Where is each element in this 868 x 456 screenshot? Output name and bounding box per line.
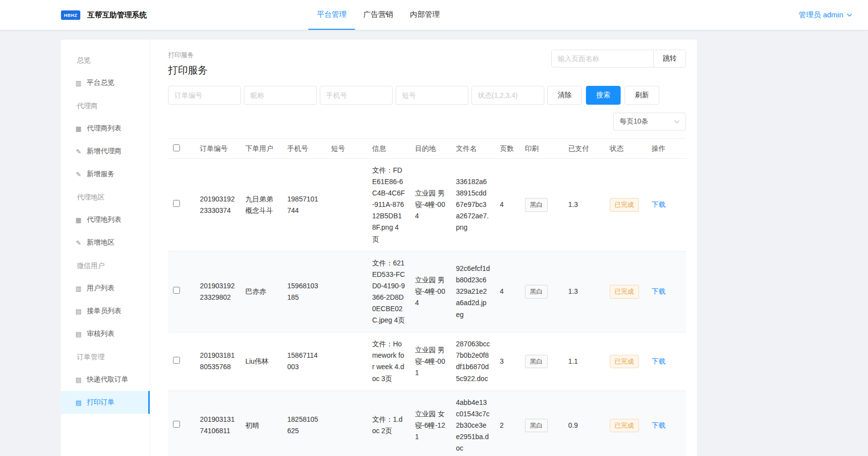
cell-order-no: 20190319223329802 (195, 251, 240, 332)
bar-chart-icon: ▥ (75, 79, 82, 87)
sidebar-section-1: 总览 (61, 49, 150, 71)
sidebar-item-16[interactable]: ▤打印订单 (61, 391, 150, 414)
cell-order-no: 20190313174106811 (195, 391, 240, 456)
sidebar-item-label: 平台总览 (87, 78, 115, 87)
download-link[interactable]: 下载 (651, 287, 665, 295)
print-type-tag: 黑白 (525, 285, 548, 298)
row-checkbox[interactable] (173, 287, 180, 294)
filter-inputs (168, 86, 544, 105)
jump-button[interactable]: 跳转 (653, 50, 686, 67)
row-checkbox[interactable] (173, 357, 180, 364)
sidebar-item-label: 新增地区 (87, 238, 115, 247)
table-row: 20190319223330374九日弟弟概念斗斗19857101744文件：F… (168, 159, 686, 252)
cell-filename: 336182a638915cdd67e97bc3a2672ae7.png (451, 159, 495, 252)
cell-status: 已完成 (605, 332, 647, 391)
download-link[interactable]: 下载 (651, 357, 665, 365)
sidebar-item-9[interactable]: ✎新增地区 (61, 231, 150, 254)
cell-pages: 4 (495, 159, 520, 252)
status-badge: 已完成 (610, 285, 639, 298)
cell-paid: 1.3 (563, 159, 605, 252)
sidebar-item-label: 审核列表 (87, 329, 115, 338)
sidebar-item-15[interactable]: ▤快递代取订单 (61, 368, 150, 391)
table-row: 20190313174106811初晴18258105625文件：1.doc 2… (168, 391, 686, 456)
header-cell-1: 订单编号 (195, 139, 240, 159)
clear-button[interactable]: 清除 (547, 86, 582, 105)
nav-tab-3[interactable]: 内部管理 (402, 0, 448, 30)
header-cell-checkbox (168, 139, 195, 159)
app-logo-icon: HBHZ (61, 10, 80, 20)
filter-input-4[interactable] (396, 86, 468, 105)
calendar-icon: ▦ (75, 125, 82, 132)
sidebar-item-13[interactable]: ▤审核列表 (61, 323, 150, 345)
header-cell-8: 页数 (495, 139, 520, 159)
cell-pages: 3 (495, 332, 520, 391)
sidebar-item-label: 打印订单 (87, 398, 115, 407)
download-link[interactable]: 下载 (651, 421, 665, 429)
filter-input-2[interactable] (244, 86, 317, 105)
cell-destination: 立业园 男寝-4幢-004 (410, 159, 451, 252)
cell-phone: 15968103185 (283, 251, 327, 332)
cell-destination: 立业园 男寝-4幢-001 (410, 332, 451, 391)
sidebar-item-6[interactable]: ✎新增服务 (61, 163, 150, 186)
cell-destination: 立业园 男寝-4幢-004 (410, 251, 451, 332)
sidebar-section-10: 微信用户 (61, 254, 150, 277)
sidebar-item-12[interactable]: ▤接单员列表 (61, 300, 150, 323)
header-cell-7: 文件名 (451, 139, 495, 159)
sidebar-item-2[interactable]: ▥平台总览 (61, 71, 150, 94)
sidebar-item-label: 快递代取订单 (87, 375, 128, 384)
table-row: 20190319223329802巴赤赤15968103185文件：621ED5… (168, 251, 686, 332)
calendar-icon: ▦ (75, 216, 82, 224)
cell-print-type: 黑白 (520, 251, 564, 332)
filter-input-1[interactable] (168, 86, 241, 105)
cell-action: 下载 (646, 332, 686, 391)
content-card: 总览▥平台总览代理商▦代理商列表✎新增代理商✎新增服务代理地区▦代理地列表✎新增… (61, 40, 697, 456)
list-icon: ▤ (75, 376, 82, 384)
refresh-button[interactable]: 刷新 (625, 86, 659, 105)
header-cell-11: 状态 (605, 139, 647, 159)
cell-status: 已完成 (605, 391, 647, 456)
list-icon: ▤ (75, 399, 82, 406)
cell-short-no (326, 332, 367, 391)
download-link[interactable]: 下载 (651, 200, 665, 208)
row-checkbox[interactable] (173, 421, 180, 428)
cell-short-no (326, 251, 367, 332)
cell-action: 下载 (646, 159, 686, 252)
search-button[interactable]: 搜索 (586, 86, 621, 105)
top-nav: 平台管理广告营销内部管理 (308, 0, 448, 30)
sidebar-item-5[interactable]: ✎新增代理商 (61, 140, 150, 163)
app-title: 互帮互助管理系统 (87, 10, 147, 20)
header-cell-10: 已支付 (563, 139, 605, 159)
admin-menu-label: 管理员 admin (799, 10, 843, 20)
sidebar-item-4[interactable]: ▦代理商列表 (61, 117, 150, 140)
status-badge: 已完成 (610, 198, 639, 211)
chevron-down-icon (674, 120, 680, 124)
cell-paid: 1.3 (563, 251, 605, 332)
cell-checkbox (168, 159, 195, 252)
sidebar-item-11[interactable]: ▥用户列表 (61, 277, 150, 300)
sidebar-item-label: 代理商列表 (87, 124, 121, 133)
page-name-input[interactable] (552, 50, 653, 67)
filter-input-5[interactable] (471, 86, 544, 105)
row-checkbox[interactable] (173, 200, 180, 207)
cell-phone: 15867114003 (283, 332, 327, 391)
page-size-select[interactable]: 每页10条 (613, 113, 686, 130)
table-row: 20190318180535768Liu伟林15867114003文件：Home… (168, 332, 686, 391)
admin-menu[interactable]: 管理员 admin (799, 0, 852, 30)
select-all-checkbox[interactable] (173, 144, 180, 151)
cell-action: 下载 (646, 251, 686, 332)
list-icon: ▤ (75, 330, 82, 338)
header-cell-6: 目的地 (410, 139, 451, 159)
cell-filename: 287063bcc7b0b2e0f8df1b6870d5c922.doc (451, 332, 495, 391)
cell-paid: 1.1 (563, 332, 605, 391)
cell-status: 已完成 (605, 159, 647, 252)
sidebar-menu: 总览▥平台总览代理商▦代理商列表✎新增代理商✎新增服务代理地区▦代理地列表✎新增… (61, 40, 150, 456)
edit-icon: ✎ (75, 171, 82, 178)
print-type-tag: 黑白 (525, 355, 548, 368)
nav-tab-2[interactable]: 广告营销 (355, 0, 402, 30)
filter-input-3[interactable] (320, 86, 393, 105)
status-badge: 已完成 (610, 419, 639, 432)
sidebar-item-8[interactable]: ▦代理地列表 (61, 208, 150, 231)
app-viewport: HBHZ 互帮互助管理系统 平台管理广告营销内部管理 管理员 admin 总览▥… (0, 0, 868, 456)
nav-tab-1[interactable]: 平台管理 (308, 0, 355, 30)
header-cell-3: 手机号 (283, 139, 327, 159)
